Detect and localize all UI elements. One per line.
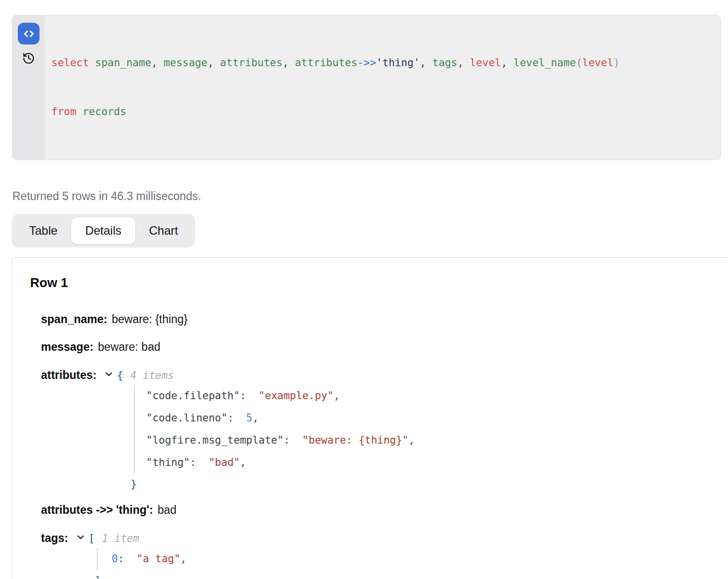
history-icon: [22, 52, 35, 65]
field-label: span_name:: [41, 313, 107, 326]
json-close-brace-glyph[interactable]: }: [130, 478, 137, 490]
attributes-json-body: "code.filepath": "example.py", "code.lin…: [134, 385, 728, 474]
field-span-name: span_name:beware: {thing}: [41, 312, 728, 326]
json-item-count: 4 items: [130, 370, 174, 381]
field-value: beware: bad: [98, 340, 161, 353]
json-close-bracket-glyph[interactable]: ]: [94, 574, 101, 579]
field-message: message:beware: bad: [41, 340, 728, 354]
json-item-count: 1 item: [102, 533, 139, 544]
field-attr-thing: attributes ->> 'thing':bad: [41, 503, 728, 517]
field-value: bad: [158, 503, 176, 516]
query-editor-gutter: [12, 15, 45, 160]
row-details-panel: Row 1 span_name:beware: {thing} message:…: [12, 257, 728, 579]
field-label: tags:: [41, 532, 68, 544]
json-open-bracket[interactable]: [: [88, 532, 95, 544]
json-entry: "code.filepath": "example.py",: [135, 385, 728, 407]
sql-line-1: select span_name, message, attributes, a…: [51, 55, 620, 71]
json-close-bracket: ]: [94, 570, 728, 579]
json-entry: "thing": "bad",: [135, 452, 728, 474]
field-tags: tags:[1 item 0: "a tag", ]: [41, 531, 728, 579]
field-value: beware: {thing}: [112, 313, 187, 326]
field-label: message:: [41, 340, 93, 353]
tab-table[interactable]: Table: [15, 217, 71, 244]
code-icon: [22, 27, 36, 41]
tab-details[interactable]: Details: [71, 217, 135, 244]
json-open-brace[interactable]: {: [117, 369, 123, 381]
chevron-down-icon[interactable]: [77, 531, 85, 544]
result-view-tabs: Table Details Chart: [12, 214, 195, 248]
row-title: Row 1: [30, 275, 728, 290]
field-label: attributes:: [41, 369, 96, 381]
json-entry: "logfire.msg_template": "beware: {thing}…: [135, 429, 728, 452]
json-entry: "code.lineno": 5,: [135, 407, 728, 429]
sql-line-2: from records: [51, 104, 620, 120]
json-entry: 0: "a tag",: [98, 548, 728, 570]
tags-json-body: 0: "a tag",: [97, 548, 728, 570]
field-attributes: attributes:{4 items "code.filepath": "ex…: [41, 368, 728, 494]
query-result-status: Returned 5 rows in 46.3 milliseconds.: [12, 190, 728, 203]
query-editor[interactable]: select span_name, message, attributes, a…: [12, 15, 721, 160]
chevron-down-icon[interactable]: [105, 368, 113, 381]
tab-chart[interactable]: Chart: [135, 217, 192, 244]
query-history-button[interactable]: [22, 51, 36, 65]
run-query-button[interactable]: [18, 23, 40, 44]
field-label: attributes ->> 'thing':: [41, 503, 153, 516]
sql-query-text[interactable]: select span_name, message, attributes, a…: [45, 15, 628, 160]
json-close-brace: }: [130, 474, 728, 494]
